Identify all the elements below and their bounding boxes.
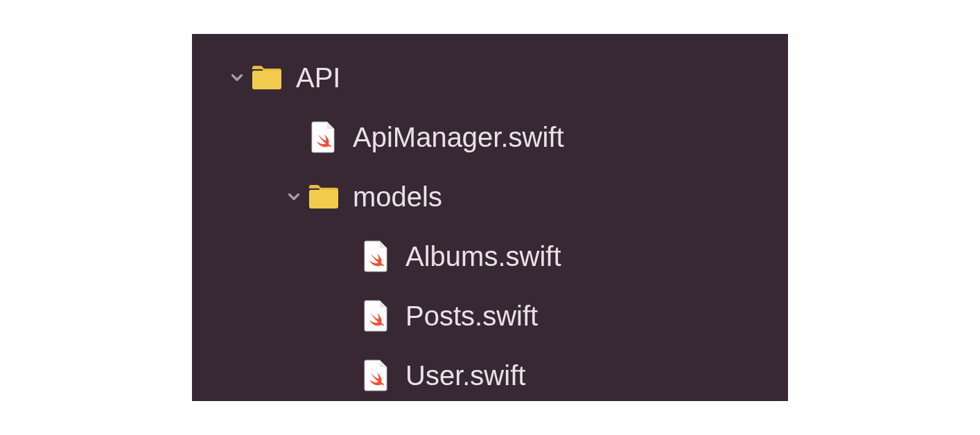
file-row-user[interactable]: User.swift — [192, 346, 788, 405]
svg-rect-1 — [309, 190, 338, 208]
file-label: Albums.swift — [405, 241, 561, 272]
file-label: User.swift — [405, 360, 525, 391]
folder-row-api[interactable]: API — [192, 48, 788, 107]
file-tree-panel: API ApiManager.swift models — [192, 34, 788, 401]
folder-icon — [304, 183, 343, 211]
swift-file-icon — [357, 359, 396, 392]
file-row-albums[interactable]: Albums.swift — [192, 227, 788, 286]
chevron-down-icon[interactable] — [227, 69, 247, 87]
swift-file-icon — [357, 299, 396, 332]
file-label: Posts.swift — [405, 301, 538, 332]
file-row-apimanager[interactable]: ApiManager.swift — [192, 107, 788, 167]
folder-row-models[interactable]: models — [192, 167, 788, 227]
folder-label: API — [296, 62, 340, 94]
file-label: ApiManager.swift — [353, 122, 564, 153]
swift-file-icon — [357, 240, 396, 273]
svg-rect-0 — [252, 71, 281, 89]
folder-label: models — [353, 181, 442, 213]
file-row-posts[interactable]: Posts.swift — [192, 286, 788, 346]
folder-icon — [247, 64, 286, 91]
swift-file-icon — [304, 121, 343, 154]
chevron-down-icon[interactable] — [283, 188, 304, 206]
